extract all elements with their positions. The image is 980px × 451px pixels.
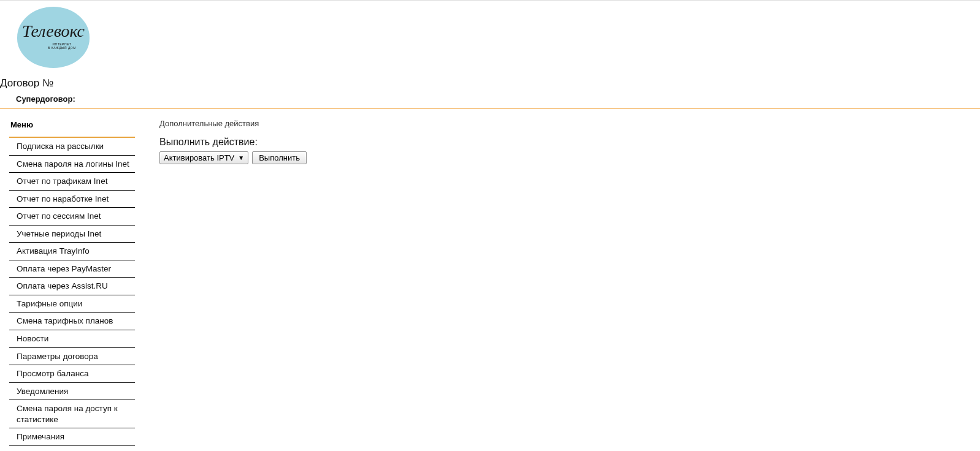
menu-item[interactable]: Уведомления [9,383,135,401]
menu-item[interactable]: Учетные периоды Inet [9,226,135,243]
contract-number-label: Договор № [0,71,980,92]
supercontract-label: Супердоговор: [0,92,980,108]
logo: Телевокс ИНТЕРНЕТ В КАЖДЫЙ ДОМ [17,7,90,68]
menu-item[interactable]: Оплата через PayMaster [9,260,135,278]
sidebar: Меню Подписка на рассылкиСмена пароля на… [0,118,135,451]
logo-subtext: ИНТЕРНЕТ В КАЖДЫЙ ДОМ [48,42,76,50]
menu-item[interactable]: Смена пароля на логины Inet [9,156,135,173]
submit-button[interactable]: Выполнить [252,151,307,164]
menu-item[interactable]: Смена тарифных планов [9,313,135,330]
action-select-value: Активировать IPTV [164,153,234,162]
menu-item[interactable]: Параметры договора [9,348,135,366]
menu-item[interactable]: Примечания [9,428,135,446]
menu-item[interactable]: Отчет по трафикам Inet [9,173,135,191]
menu-item[interactable]: Просмотр баланса [9,365,135,383]
action-title: Выполнить действие: [159,137,980,148]
menu-item[interactable]: Активация TrayInfo [9,243,135,260]
menu-item[interactable]: Новости [9,330,135,348]
action-select[interactable]: Активировать IPTV ▼ [159,151,248,164]
breadcrumb: Дополнительные действия [159,119,980,128]
chevron-down-icon: ▼ [238,155,244,161]
menu-item[interactable]: Отчет по наработке Inet [9,191,135,208]
header: Телевокс ИНТЕРНЕТ В КАЖДЫЙ ДОМ [0,1,980,71]
menu-item[interactable]: Оплата через Assist.RU [9,278,135,295]
menu-item[interactable]: Подписка на рассылки [9,138,135,156]
logo-text: Телевокс [22,23,85,40]
menu-item[interactable]: Тарифные опции [9,295,135,313]
content: Дополнительные действия Выполнить действ… [135,118,980,451]
menu-item[interactable]: Смена пароля на доступ к статистике [9,400,135,428]
menu-item[interactable]: Отчет по сессиям Inet [9,208,135,226]
menu-item[interactable]: Дополнительные действия [9,446,135,451]
menu-list: Подписка на рассылкиСмена пароля на логи… [9,138,135,451]
menu-title: Меню [9,118,135,137]
